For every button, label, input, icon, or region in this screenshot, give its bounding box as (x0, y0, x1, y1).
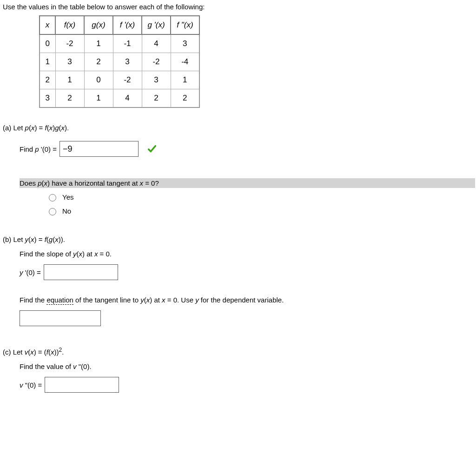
part-b-label: (b) Let y(x) = f(g(x)). (3, 235, 476, 243)
part-a-answer-line: Find p '(0) = (20, 141, 476, 157)
correct-check-icon (147, 144, 157, 154)
vdoubleprime0-line: v "(0) = (20, 377, 476, 393)
part-a-label: (a) Let p(x) = f(x)g(x). (3, 124, 476, 132)
yprime0-input[interactable] (44, 264, 118, 280)
part-c-label: (c) Let v(x) = (f(x))2. (3, 347, 476, 356)
table-row: 1 3 2 3 -2 -4 (40, 53, 199, 71)
equation-underline: equation (46, 296, 73, 305)
th-fdoubleprimex: f "(x) (171, 16, 199, 34)
th-gprimex: g '(x) (142, 16, 171, 34)
radio-yes[interactable] (49, 194, 56, 201)
part-c: (c) Let v(x) = (f(x))2. Find the value o… (3, 347, 476, 393)
part-b-tangent-text: Find the equation of the tangent line to… (20, 296, 476, 304)
table-row: 2 1 0 -2 3 1 (40, 71, 199, 89)
th-gx: g(x) (84, 16, 113, 34)
find-pprime0-label: Find p '(0) = (20, 145, 57, 153)
yprime0-line: y '(0) = (20, 264, 476, 280)
th-x: x (40, 16, 55, 34)
part-b: (b) Let y(x) = f(g(x)). Find the slope o… (3, 235, 476, 326)
tangent-line-answer (20, 310, 476, 326)
table-row: 0 -2 1 -1 4 3 (40, 34, 199, 53)
yes-no-radio-group: Yes No (46, 190, 476, 218)
part-c-find-text: Find the value of v "(0). (20, 362, 476, 370)
radio-no[interactable] (49, 208, 56, 215)
table-header-row: x f(x) g(x) f '(x) g '(x) f "(x) (40, 16, 199, 34)
table-row: 3 2 1 4 2 2 (40, 89, 199, 108)
vdoubleprime0-input[interactable] (45, 377, 119, 393)
part-a: (a) Let p(x) = f(x)g(x). Find p '(0) = D… (3, 124, 476, 218)
yprime0-label: y '(0) = (20, 268, 41, 276)
th-fprimex: f '(x) (113, 16, 142, 34)
data-table-wrap: x f(x) g(x) f '(x) g '(x) f "(x) 0 -2 1 … (39, 15, 476, 108)
pprime0-input[interactable] (60, 141, 139, 157)
th-fx: f(x) (55, 16, 84, 34)
tangent-line-input[interactable] (20, 310, 101, 326)
part-a-q2: Does p(x) have a horizontal tangent at x… (20, 178, 475, 188)
radio-yes-label: Yes (62, 193, 73, 201)
function-value-table: x f(x) g(x) f '(x) g '(x) f "(x) 0 -2 1 … (39, 15, 200, 108)
part-b-slope-text: Find the slope of y(x) at x = 0. (20, 250, 476, 258)
problem-intro: Use the values in the table below to ans… (3, 3, 476, 11)
vdoubleprime0-label: v "(0) = (20, 381, 42, 389)
radio-no-label: No (62, 207, 71, 215)
